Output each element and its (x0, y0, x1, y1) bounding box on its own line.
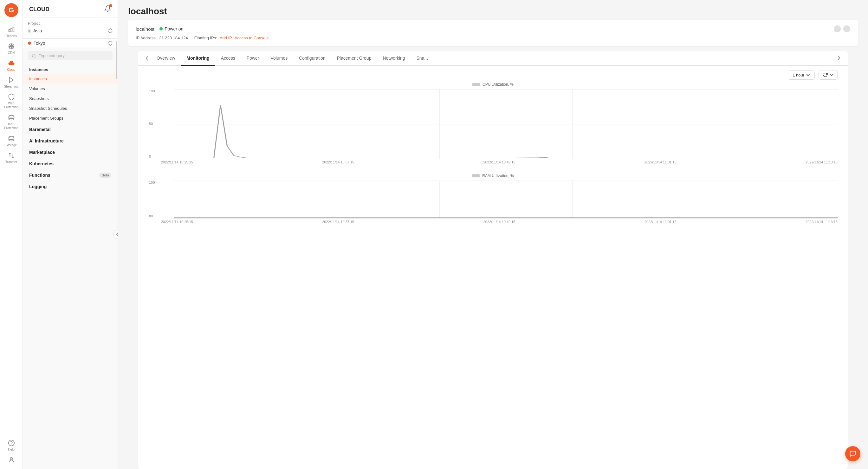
svg-point-8 (10, 458, 12, 460)
cpu-legend-swatch (472, 83, 480, 86)
cpu-chart (174, 89, 838, 159)
ram-chart-svg (174, 181, 838, 218)
sidebar-item-volumes[interactable]: Volumes (23, 84, 118, 94)
monitoring-card: Overview Monitoring Access Power Volumes… (128, 51, 858, 469)
functions-badge: Beta (99, 173, 111, 178)
instance-info-card: localhost Power on IP Address: 31.223.18… (128, 20, 858, 46)
instance-action-buttons (834, 25, 850, 32)
main-content: localhost localhost Power on IP Address:… (118, 0, 868, 469)
instance-meta-row: IP Address: 31.223.184.124 Floating IPs:… (136, 35, 850, 40)
ram-chart-title: RAM Utilization, % (482, 174, 514, 178)
search-input[interactable]: Type category (28, 51, 113, 60)
chat-icon (849, 450, 856, 457)
sidebar-item-user[interactable] (0, 454, 23, 466)
svg-marker-4 (9, 78, 13, 83)
refresh-icon (823, 72, 828, 78)
cpu-y-labels: 100 50 0 (149, 89, 155, 159)
sidebar-item-transfer[interactable]: Transfer (0, 149, 23, 166)
sidebar-item-cloud[interactable]: Cloud (0, 57, 23, 74)
svg-rect-1 (11, 28, 12, 32)
sidebar-item-marketplace[interactable]: Marketplace (23, 146, 118, 157)
region-row[interactable]: Tokyo (23, 39, 118, 48)
project-row: ⊞ Asia (28, 27, 113, 35)
cpu-chart-svg (174, 89, 838, 159)
search-icon (32, 54, 36, 58)
tab-power[interactable]: Power (241, 51, 265, 66)
cpu-x-labels: 2022/11/14 10:25:15 2022/11/14 10:37:15 … (161, 159, 838, 164)
ram-chart (174, 181, 838, 218)
refresh-button[interactable] (818, 70, 838, 80)
ram-x-labels: 2022/11/14 10:25:15 2022/11/14 10:37:15 … (161, 218, 838, 224)
sidebar-header: CLOUD (23, 0, 118, 18)
sidebar-content: Instances Instances Volumes Snapshots Sn… (23, 63, 118, 469)
project-name[interactable]: ⊞ Asia (28, 28, 42, 33)
tab-next-button[interactable] (835, 53, 843, 64)
tab-access[interactable]: Access (215, 51, 241, 66)
tab-configuration[interactable]: Configuration (293, 51, 331, 66)
sidebar-item-logging[interactable]: Logging (23, 180, 118, 192)
instance-name: localhost (136, 26, 154, 32)
region-name: Tokyo (28, 40, 45, 46)
ram-chart-section: RAM Utilization, % 100 80 (148, 174, 838, 224)
icon-bar: G Reports CDN Cloud Streaming Web Protec… (0, 0, 23, 469)
sidebar-item-cdn[interactable]: CDN (0, 40, 23, 57)
cpu-chart-legend: CPU Utilization, % (148, 82, 838, 87)
sidebar-item-storage[interactable]: Storage (0, 133, 23, 149)
chat-fab-button[interactable] (845, 446, 860, 461)
project-chevrons[interactable] (108, 28, 113, 33)
add-ip-link[interactable]: Add IP (220, 35, 232, 40)
ram-chart-legend: RAM Utilization, % (148, 174, 838, 178)
tabs-bar: Overview Monitoring Access Power Volumes… (138, 51, 848, 66)
notifications-button[interactable] (104, 5, 111, 13)
sidebar-item-instances[interactable]: Instances (23, 74, 118, 84)
sidebar-item-baremetal[interactable]: Baremetal (23, 123, 118, 135)
sidebar-item-snapshots[interactable]: Snapshots (23, 94, 118, 104)
access-console-link[interactable]: Access to Console (235, 35, 269, 40)
region-dot (28, 41, 31, 45)
search-box: Type category (23, 48, 118, 63)
sidebar-item-reports[interactable]: Reports (0, 24, 23, 40)
cpu-chart-section: CPU Utilization, % 100 50 0 (148, 82, 838, 164)
tab-volumes[interactable]: Volumes (265, 51, 293, 66)
svg-line-10 (35, 57, 36, 57)
cpu-chart-title: CPU Utilization, % (483, 82, 514, 87)
ram-y-labels: 100 80 (149, 181, 155, 218)
instance-top-row: localhost Power on (136, 25, 850, 32)
instance-action-btn-1[interactable] (834, 25, 841, 32)
svg-rect-0 (8, 30, 10, 32)
sidebar-scrollbar-thumb (116, 41, 117, 79)
app-logo[interactable]: G (4, 3, 19, 17)
sidebar-item-help[interactable]: Help (0, 437, 23, 454)
tab-prev-button[interactable] (143, 54, 151, 63)
refresh-chevron-icon (830, 74, 833, 76)
svg-point-5 (8, 116, 14, 117)
ram-chart-container: 100 80 (161, 181, 838, 218)
sidebar-item-streaming[interactable]: Streaming (0, 74, 23, 91)
sidebar-item-functions[interactable]: Functions Beta (23, 169, 118, 180)
sidebar-item-web-protection[interactable]: Web Protection (0, 91, 23, 112)
chart-controls: 1 hour (148, 66, 838, 82)
region-chevrons[interactable] (108, 40, 113, 46)
project-section: Project ⊞ Asia (23, 18, 118, 39)
sidebar-item-snapshot-schedules[interactable]: Snapshot Schedules (23, 104, 118, 113)
sidebar: CLOUD Project ⊞ Asia Tokyo (23, 0, 118, 469)
tab-monitoring[interactable]: Monitoring (181, 51, 215, 66)
tab-networking[interactable]: Networking (377, 51, 410, 66)
tab-overview[interactable]: Overview (151, 51, 181, 66)
sidebar-item-ai-infrastructure[interactable]: AI Infrastructure (23, 135, 118, 146)
ip-address: 31.223.184.124 (159, 35, 188, 40)
tab-placement-group[interactable]: Placement Group (331, 51, 377, 66)
grid-line (174, 159, 838, 159)
charts-area: 1 hour CPU Utilization, % 100 50 (138, 66, 848, 469)
sidebar-item-kubernetes[interactable]: Kubernetes (23, 157, 118, 169)
ram-legend-swatch (472, 174, 479, 177)
instance-action-btn-2[interactable] (843, 25, 850, 32)
power-dot (159, 27, 163, 30)
page-title: localhost (128, 6, 858, 17)
tab-snapshots[interactable]: Sna... (410, 51, 434, 66)
sidebar-item-placement-groups[interactable]: Placement Groups (23, 113, 118, 123)
svg-point-6 (8, 137, 14, 138)
power-status: Power on (159, 26, 183, 31)
time-select[interactable]: 1 hour (788, 70, 815, 80)
sidebar-item-iaas-protection[interactable]: IaaS Protection (0, 112, 23, 133)
